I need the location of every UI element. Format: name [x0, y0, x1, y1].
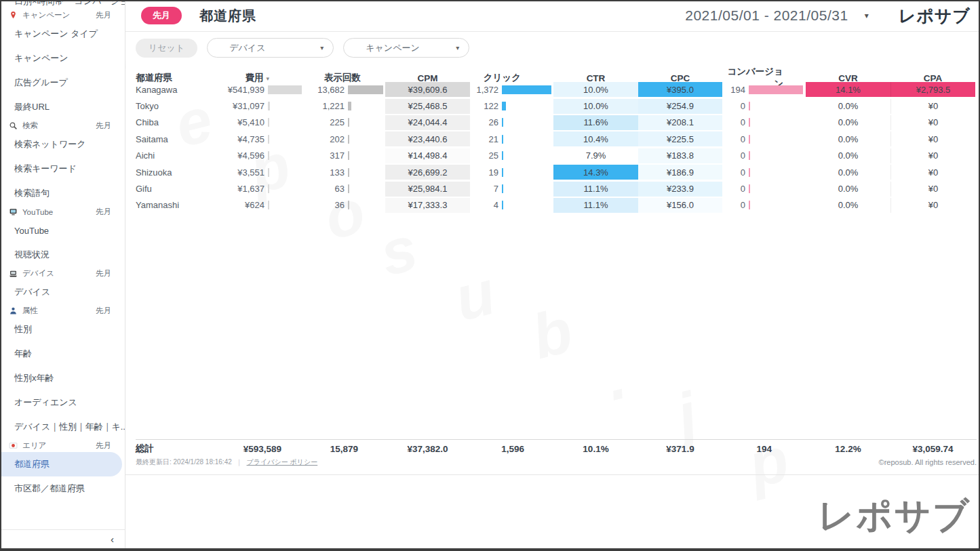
sidebar-item-0-3[interactable]: 最終URL	[0, 95, 125, 119]
cell-conversions: 0	[722, 184, 747, 194]
sidebar-item-1-0[interactable]: 検索ネットワーク	[0, 132, 125, 157]
cell-cvr: 0.0%	[806, 182, 890, 197]
pin-icon	[8, 11, 18, 20]
sidebar-section-header: 検索先月	[0, 119, 125, 132]
cost-bar	[268, 118, 269, 127]
sidebar-footer: ‹	[0, 529, 125, 548]
sidebar-item-5-0[interactable]: 都道府県	[0, 452, 122, 476]
sidebar-item-0-1[interactable]: キャンペーン	[0, 46, 125, 70]
impressions-bar	[348, 85, 383, 94]
cell-cpc: ¥156.0	[638, 198, 722, 213]
sidebar-section-header: YouTube先月	[0, 205, 125, 218]
conversions-bar	[749, 168, 750, 177]
brand-logo: レポサブ	[899, 5, 971, 27]
cost-bar-wrap	[266, 184, 304, 193]
cell-cvr: 0.0%	[806, 148, 890, 163]
table-row: Shizuoka¥3,551133¥26,699.21914.3%¥186.90…	[136, 164, 980, 180]
impressions-bar	[348, 135, 349, 144]
sidebar-section-label: キャンペーン	[22, 10, 96, 20]
chevron-left-icon[interactable]: ‹	[111, 534, 114, 544]
section-period-label: 先月	[96, 207, 111, 217]
main-panel: 先月 都道府県 2021/05/01 - 2021/05/31 ▾ レポサブ リ…	[125, 0, 980, 551]
section-period-label: 先月	[96, 306, 111, 316]
cell-cpc: ¥254.9	[638, 99, 722, 114]
cost-bar-wrap	[266, 102, 304, 110]
sidebar-item-4-0[interactable]: 性別	[0, 317, 125, 342]
impressions-bar	[348, 102, 351, 110]
clicks-bar-wrap	[500, 85, 553, 94]
watermark-brand-logo: レポサブ	[818, 492, 971, 541]
sidebar-item-4-3[interactable]: オーディエンス	[0, 390, 125, 415]
conversions-bar	[749, 118, 750, 127]
sidebar-item-2-0[interactable]: YouTube	[0, 218, 125, 243]
cost-bar-wrap	[266, 135, 304, 144]
sidebar-clipped-items[interactable]: 日別×時間帯 コンバージョ...	[0, 0, 125, 9]
cell-cpc: ¥395.0	[638, 82, 722, 97]
clicks-bar	[502, 118, 503, 127]
cell-cost: ¥31,097	[203, 101, 266, 111]
cost-bar-wrap	[266, 168, 304, 177]
cell-impressions: 317	[304, 150, 346, 161]
cell-cvr: 0.0%	[806, 131, 890, 146]
table-totals: 総計¥593,58915,879¥37,382.01,59610.1%¥371.…	[136, 439, 977, 457]
table-row: Gifu¥1,63763¥25,984.1711.1%¥233.900.0%¥0	[136, 180, 980, 197]
impressions-bar	[348, 184, 349, 193]
column-header-都道府県[interactable]: 都道府県	[136, 72, 203, 84]
cell-cpa: ¥0	[890, 182, 975, 197]
cell-clicks: 25	[470, 150, 500, 161]
total-cpc: ¥371.9	[638, 444, 722, 454]
cell-ctr: 10.0%	[553, 99, 638, 114]
cell-impressions: 202	[304, 134, 346, 144]
column-header-クリック[interactable]: クリック	[470, 72, 553, 84]
sidebar-item-1-1[interactable]: 検索キーワード	[0, 157, 125, 181]
clicks-bar-wrap	[500, 201, 553, 209]
total-cvr: 12.2%	[806, 444, 890, 454]
table-header-row: 都道府県費用▾表示回数CPMクリックCTRCPCコンバージョンCVRCPA	[136, 66, 980, 81]
sidebar-item-0-2[interactable]: 広告グループ	[0, 70, 125, 95]
sidebar-item-clipped-1[interactable]: 日別×時間帯	[14, 0, 64, 9]
sidebar-item-3-0[interactable]: デバイス	[0, 280, 125, 304]
conversions-bar	[749, 184, 750, 193]
cell-impressions: 1,221	[304, 101, 346, 111]
total-ctr: 10.1%	[553, 444, 638, 454]
cell-conversions: 0	[722, 200, 747, 210]
campaign-filter-dropdown[interactable]: キャンペーン ▾	[343, 38, 469, 58]
sidebar-item-0-0[interactable]: キャンペーン タイプ	[0, 22, 125, 46]
total-cpa: ¥3,059.74	[890, 444, 975, 454]
sidebar-item-5-1[interactable]: 市区郡／都道府県	[0, 476, 125, 501]
cell-cost: ¥624	[203, 200, 266, 210]
sidebar-section-label: 検索	[22, 121, 96, 131]
cell-prefecture: Gifu	[136, 184, 203, 194]
bottom-divider	[125, 474, 980, 475]
table-row: Tokyo¥31,0971,221¥25,468.512210.0%¥254.9…	[136, 98, 980, 114]
sidebar-item-clipped-2[interactable]: コンバージョ...	[75, 0, 125, 9]
cell-cpa: ¥0	[890, 115, 975, 130]
cell-cpa: ¥0	[890, 165, 975, 180]
total-clicks: 1,596	[470, 444, 553, 454]
date-range-selector[interactable]: 2021/05/01 - 2021/05/31 ▾	[685, 7, 868, 24]
cell-cpc: ¥183.8	[638, 148, 722, 163]
sidebar-item-1-2[interactable]: 検索語句	[0, 181, 125, 205]
conversions-bar-wrap	[747, 135, 806, 144]
clicks-bar-wrap	[500, 184, 553, 193]
cell-cpa: ¥0	[890, 131, 975, 146]
sidebar-item-4-1[interactable]: 年齢	[0, 342, 125, 366]
privacy-policy-link[interactable]: プライバシー ポリシー	[247, 457, 318, 467]
cell-prefecture: Yamanashi	[136, 200, 203, 210]
reset-button[interactable]: リセット	[136, 39, 197, 58]
cell-cost: ¥541,939	[203, 85, 266, 95]
flag-icon	[8, 441, 18, 451]
column-header-表示回数[interactable]: 表示回数	[304, 72, 385, 84]
device-filter-dropdown[interactable]: デバイス ▾	[207, 38, 334, 58]
sidebar-item-4-2[interactable]: 性別x年齢	[0, 366, 125, 390]
cost-bar	[268, 151, 269, 160]
clicks-bar-wrap	[500, 135, 553, 144]
impressions-bar	[348, 118, 349, 127]
filter-bar: リセット デバイス ▾ キャンペーン ▾	[125, 38, 980, 58]
sidebar-item-2-1[interactable]: 視聴状況	[0, 243, 125, 267]
conversions-bar-wrap	[747, 151, 806, 160]
total-cpm: ¥37,382.0	[385, 444, 470, 454]
total-label: 総計	[136, 443, 203, 455]
column-header-費用[interactable]: 費用▾	[203, 72, 304, 84]
sidebar-item-4-4[interactable]: デバイス｜性別｜年齢｜キ...	[0, 415, 125, 439]
